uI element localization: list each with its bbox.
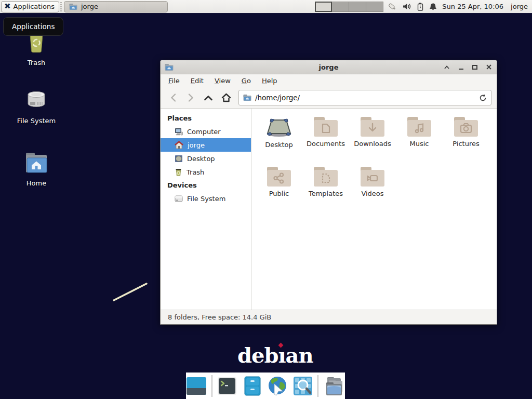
- sidebar-item-computer[interactable]: Computer: [161, 125, 251, 138]
- folder-item-pictures[interactable]: Pictures: [443, 116, 489, 166]
- location-bar[interactable]: /home/jorge/: [238, 90, 491, 105]
- terminal-launcher[interactable]: [217, 375, 237, 397]
- menu-go[interactable]: Go: [242, 77, 251, 85]
- folder-item-downloads[interactable]: Downloads: [349, 116, 396, 166]
- menu-edit[interactable]: Edit: [191, 77, 204, 85]
- window-controls: [443, 63, 493, 71]
- home-folder-icon: [23, 152, 49, 175]
- desktop-icon-label: Home: [5, 179, 68, 187]
- computer-icon: [175, 128, 183, 136]
- window-titlebar[interactable]: jorge: [161, 60, 497, 74]
- shade-button[interactable]: [443, 63, 450, 71]
- close-button[interactable]: [485, 63, 493, 71]
- up-button[interactable]: [201, 90, 216, 105]
- desktop-icon-filesystem[interactable]: File System: [5, 88, 68, 125]
- sidebar-item-label: Trash: [187, 168, 204, 176]
- wordmark-part: an: [286, 343, 313, 367]
- sidebar-places-header: Places: [161, 112, 251, 125]
- taskbar-window-label: jorge: [81, 3, 98, 10]
- terminal-icon: [217, 377, 237, 395]
- toolbar: /home/jorge/: [161, 87, 497, 109]
- dock-separator: [211, 375, 212, 397]
- app-finder-launcher[interactable]: [292, 375, 313, 397]
- top-panel: ✖ Applications jorge: [0, 0, 532, 14]
- menu-file[interactable]: File: [168, 77, 180, 85]
- applications-tooltip: Applications: [3, 17, 63, 36]
- video-camera-glyph: [360, 166, 385, 188]
- workspace-2[interactable]: [332, 2, 349, 12]
- reload-icon[interactable]: [479, 94, 487, 102]
- folder-item-public[interactable]: Public: [256, 166, 302, 216]
- volume-icon[interactable]: [403, 3, 411, 10]
- sidebar-item-label: Computer: [187, 128, 221, 136]
- workspace-1[interactable]: [315, 2, 332, 12]
- menu-view[interactable]: View: [215, 77, 231, 85]
- folder-label: Videos: [361, 190, 383, 197]
- home-button[interactable]: [219, 90, 233, 105]
- directory-menu-launcher[interactable]: [323, 375, 345, 397]
- folder-label: Pictures: [453, 140, 479, 148]
- trash-icon: [175, 168, 182, 176]
- forward-button[interactable]: [183, 90, 198, 105]
- panel-clock[interactable]: Sun 25 Apr, 10:06: [442, 3, 503, 10]
- web-browser-globe-icon: [267, 376, 288, 396]
- folder-label: Public: [269, 190, 289, 197]
- applications-menu-label: Applications: [14, 3, 55, 10]
- workspace-3[interactable]: [349, 2, 366, 12]
- music-notes-glyph: [406, 116, 432, 138]
- back-button[interactable]: [166, 90, 180, 105]
- folder-item-desktop[interactable]: Desktop: [256, 116, 302, 166]
- drive-icon: [175, 195, 183, 202]
- sidebar-item-trash[interactable]: Trash: [161, 165, 251, 179]
- panel-handle: [60, 2, 62, 11]
- folder-label: Documents: [307, 140, 345, 148]
- tray-device-icon[interactable]: [388, 3, 397, 11]
- folder-item-videos[interactable]: Videos: [349, 166, 396, 216]
- desktop-icon-home[interactable]: Home: [5, 152, 68, 187]
- file-cabinet-icon: [244, 376, 261, 396]
- sidebar: Places Computer jorge: [161, 109, 251, 310]
- file-manager-window: jorge File Edit View Go Help: [160, 60, 497, 325]
- sidebar-item-label: jorge: [188, 141, 205, 149]
- menubar: File Edit View Go Help: [161, 74, 497, 87]
- template-glyph: [313, 166, 339, 188]
- file-manager-launcher[interactable]: [242, 375, 262, 397]
- show-desktop-icon: [186, 377, 207, 395]
- folder-item-templates[interactable]: Templates: [302, 166, 349, 216]
- wordmark-i: ı: [278, 343, 285, 367]
- folder-label: Music: [410, 140, 429, 148]
- sidebar-item-jorge[interactable]: jorge: [161, 138, 251, 152]
- workspace-4[interactable]: [366, 2, 383, 12]
- sidebar-item-label: File System: [187, 195, 225, 203]
- statusbar-text: 8 folders, Free space: 14.4 GiB: [168, 313, 271, 321]
- window-folder-icon: [69, 3, 77, 10]
- sidebar-item-filesystem[interactable]: File System: [161, 192, 251, 205]
- folder-label: Templates: [309, 190, 343, 197]
- path-folder-icon: [243, 94, 251, 101]
- folder-item-music[interactable]: Music: [396, 116, 443, 166]
- menu-help[interactable]: Help: [262, 77, 277, 85]
- taskbar-window-button[interactable]: jorge: [64, 1, 168, 12]
- minimize-button[interactable]: [457, 63, 464, 71]
- web-browser-launcher[interactable]: [267, 375, 288, 397]
- app-finder-icon: [293, 376, 313, 396]
- show-desktop-button[interactable]: [186, 375, 207, 397]
- applications-menu-button[interactable]: ✖ Applications: [1, 1, 59, 12]
- dock-separator: [317, 375, 318, 397]
- document-glyph: [313, 116, 339, 138]
- folder-item-documents[interactable]: Documents: [302, 116, 349, 166]
- user-home-icon: [175, 141, 183, 149]
- statusbar: 8 folders, Free space: 14.4 GiB: [161, 310, 497, 324]
- sidebar-item-desktop[interactable]: Desktop: [161, 152, 251, 165]
- path-input[interactable]: /home/jorge/: [255, 94, 475, 102]
- notification-bell-icon[interactable]: [429, 3, 437, 11]
- folder-view[interactable]: Desktop Documents Downloads: [251, 109, 497, 310]
- share-glyph: [266, 166, 292, 188]
- panel-username[interactable]: jorge: [511, 3, 528, 10]
- desktop-surface-icon: [265, 116, 292, 139]
- desktop-icon: [175, 155, 183, 163]
- battery-icon[interactable]: [417, 3, 423, 11]
- maximize-button[interactable]: [471, 63, 478, 71]
- wordmark-part: deb: [237, 343, 278, 367]
- folder-label: Desktop: [265, 141, 293, 149]
